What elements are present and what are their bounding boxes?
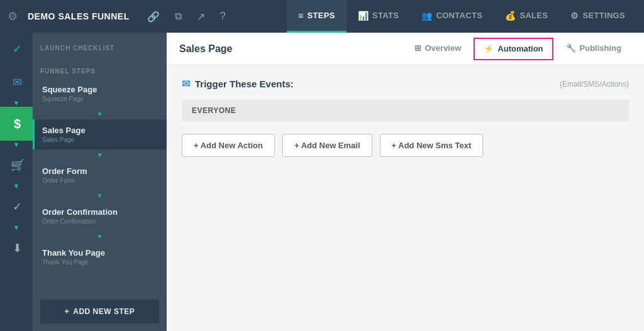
sidebar-item-order-confirm[interactable]: Order Confirmation Order Confirmation <box>33 201 167 231</box>
content-tabs: ⊞ Overview ⚡ Automation 🔧 Publishing <box>404 33 632 65</box>
sidebar-left-icons: ✓ ✉ ▼ $ ▼ 🛒 ▼ ✓ ▼ <box>0 33 33 331</box>
sidebar-item-thank-you[interactable]: Thank You Page Thank You Page <box>33 242 167 272</box>
tab-automation[interactable]: ⚡ Automation <box>474 38 553 60</box>
sidebar-inner: ✓ ✉ ▼ $ ▼ 🛒 ▼ ✓ ▼ <box>0 33 167 331</box>
tab-sales[interactable]: 💰 SALES <box>494 0 559 33</box>
settings-tab-icon: ⚙ <box>570 11 579 21</box>
automation-lightning-icon: ⚡ <box>484 44 494 53</box>
content-header: Sales Page ⊞ Overview ⚡ Automation 🔧 Pub… <box>167 33 644 65</box>
arrow-1: ▼ <box>33 109 167 119</box>
order-confirm-subtitle: Order Confirmation <box>42 218 159 225</box>
top-navigation: ⚙ DEMO SALES FUNNEL 🔗 ⧉ ↗ ? ≡ STEPS 📊 ST… <box>0 0 644 33</box>
email-squeeze-icon: ✉ <box>13 75 22 89</box>
sidebar-item-squeeze[interactable]: Squeeze Page Squeeze Page <box>33 79 167 109</box>
sidebar-icon-squeeze[interactable]: ✉ <box>0 65 33 99</box>
squeeze-page-title: Squeeze Page <box>42 85 159 94</box>
sidebar-icon-sales[interactable]: $ <box>0 107 33 141</box>
tab-stats[interactable]: 📊 STATS <box>347 0 411 33</box>
tab-overview[interactable]: ⊞ Overview <box>404 33 472 65</box>
trigger-subtitle: (Email/SMS/Actions) <box>560 80 629 89</box>
sidebar-right-content: LAUNCH CHECKLIST FUNNEL STEPS Squeeze Pa… <box>33 33 167 331</box>
trigger-header: ✉ Trigger These Events: (Email/SMS/Actio… <box>182 78 629 90</box>
page-content: ✉ Trigger These Events: (Email/SMS/Actio… <box>167 65 644 331</box>
app-title: DEMO SALES FUNNEL <box>28 11 130 21</box>
top-nav-utility-icons: 🔗 ⧉ ↗ ? <box>145 8 228 25</box>
arrow-3: ▼ <box>33 190 167 201</box>
tab-publishing[interactable]: 🔧 Publishing <box>556 33 631 65</box>
sales-page-subtitle: Sales Page <box>42 136 159 143</box>
contacts-icon: 👥 <box>421 11 432 21</box>
action-buttons: + Add New Action + Add New Email + Add N… <box>182 134 629 157</box>
cart-icon: 🛒 <box>11 158 25 172</box>
sidebar-item-order-form[interactable]: Order Form Order Form <box>33 160 167 190</box>
arrow-2: ▼ <box>33 149 167 160</box>
tab-steps[interactable]: ≡ STEPS <box>287 0 347 33</box>
sidebar-icon-thank-you[interactable]: ⬇ <box>0 231 33 265</box>
thank-you-subtitle: Thank You Page <box>42 259 159 266</box>
top-nav-tabs: ≡ STEPS 📊 STATS 👥 CONTACTS 💰 SALES ⚙ SET… <box>287 0 636 33</box>
everyone-bar: EVERYONE <box>182 100 629 121</box>
sidebar-item-sales[interactable]: Sales Page Sales Page <box>33 119 167 149</box>
tab-contacts[interactable]: 👥 CONTACTS <box>410 0 494 33</box>
trigger-email-icon: ✉ <box>182 78 190 90</box>
sales-page-title: Sales Page <box>42 126 159 135</box>
launch-checklist-label: LAUNCH CHECKLIST <box>40 45 114 52</box>
help-icon[interactable]: ? <box>218 8 228 25</box>
main-layout: ✓ ✉ ▼ $ ▼ 🛒 ▼ ✓ ▼ <box>0 33 644 331</box>
download-icon: ⬇ <box>13 241 22 255</box>
dollar-icon: $ <box>14 117 21 131</box>
settings-gear-icon[interactable]: ⚙ <box>8 9 18 23</box>
arrow-4: ▼ <box>33 231 167 242</box>
publishing-wrench-icon: 🔧 <box>566 43 576 53</box>
sidebar-icon-order-confirm[interactable]: ✓ <box>0 190 33 224</box>
overview-grid-icon: ⊞ <box>414 43 421 53</box>
order-form-subtitle: Order Form <box>42 177 159 184</box>
stats-icon: 📊 <box>358 11 369 21</box>
order-confirm-title: Order Confirmation <box>42 207 159 217</box>
squeeze-page-subtitle: Squeeze Page <box>42 95 159 102</box>
check-icon: ✓ <box>13 42 22 56</box>
content-area: Sales Page ⊞ Overview ⚡ Automation 🔧 Pub… <box>167 33 644 331</box>
launch-checklist-item[interactable]: LAUNCH CHECKLIST <box>33 33 167 62</box>
checkmark-confirm-icon: ✓ <box>13 200 22 214</box>
order-form-title: Order Form <box>42 166 159 176</box>
funnel-steps-label: FUNNEL STEPS <box>33 62 167 79</box>
thank-you-title: Thank You Page <box>42 248 159 258</box>
link-icon[interactable]: 🔗 <box>145 8 162 25</box>
external-link-icon[interactable]: ↗ <box>194 8 208 25</box>
trigger-title: ✉ Trigger These Events: <box>182 78 294 90</box>
sidebar: ✓ ✉ ▼ $ ▼ 🛒 ▼ ✓ ▼ <box>0 33 167 331</box>
tab-settings[interactable]: ⚙ SETTINGS <box>559 0 636 33</box>
add-new-email-button[interactable]: + Add New Email <box>282 134 372 157</box>
sales-icon: 💰 <box>505 11 516 21</box>
add-new-action-button[interactable]: + Add New Action <box>182 134 275 157</box>
copy-icon[interactable]: ⧉ <box>172 8 184 25</box>
plus-icon: + <box>65 307 70 316</box>
steps-icon: ≡ <box>298 11 303 21</box>
add-new-sms-button[interactable]: + Add New Sms Text <box>380 134 484 157</box>
sidebar-icon-launch-checklist[interactable]: ✓ <box>0 33 33 65</box>
content-page-title: Sales Page <box>179 43 404 55</box>
add-new-step-button[interactable]: + ADD NEW STEP <box>40 300 159 323</box>
sidebar-icon-order-form[interactable]: 🛒 <box>0 148 33 182</box>
